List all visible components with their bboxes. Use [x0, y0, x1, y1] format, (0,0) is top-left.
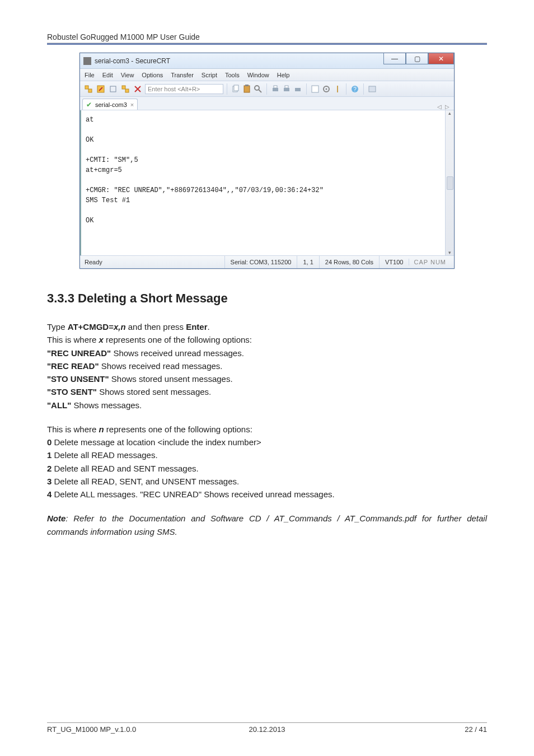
toolbar-separator — [266, 83, 267, 95]
scrollbar[interactable]: ▴ ▾ — [445, 110, 454, 255]
tab-close-icon[interactable]: × — [130, 101, 134, 108]
menu-file[interactable]: File — [85, 72, 95, 78]
svg-rect-13 — [284, 88, 289, 91]
svg-rect-3 — [110, 86, 116, 92]
host-input-wrap — [145, 83, 223, 94]
keymap-icon[interactable] — [332, 84, 343, 94]
terminal-output: at OK +CMTI: "SM",5 at+cmgr=5 +CMGR: "RE… — [86, 115, 451, 226]
toggle-icon[interactable] — [367, 84, 377, 94]
svg-rect-5 — [125, 89, 129, 92]
tab-nav: ◁ ▷ — [437, 104, 454, 110]
find-icon[interactable] — [253, 84, 263, 94]
maximize-button[interactable]: ▢ — [406, 53, 428, 64]
toolbar-separator — [306, 83, 307, 95]
n-intro: This is where n represents one of the fo… — [47, 423, 487, 436]
status-ready: Ready — [83, 256, 224, 268]
svg-rect-11 — [273, 88, 278, 91]
n-opt-1: 1 Delete all READ messages. — [47, 449, 487, 461]
menu-options[interactable]: Options — [142, 72, 163, 78]
scroll-thumb[interactable] — [447, 176, 453, 190]
svg-text:?: ? — [353, 86, 357, 92]
footer-left: RT_UG_M1000 MP_v.1.0.0 — [47, 725, 194, 734]
global-options-icon[interactable] — [321, 84, 331, 94]
tab-label: serial-com3 — [95, 101, 127, 108]
minimize-button[interactable]: — — [383, 53, 406, 64]
connect-bar-icon[interactable] — [108, 84, 118, 94]
reconnect-icon[interactable] — [120, 84, 130, 94]
menu-bar: File Edit View Options Transfer Script T… — [80, 69, 454, 81]
tab-next-icon[interactable]: ▷ — [445, 104, 449, 110]
status-emu: VT100 — [379, 256, 409, 268]
svg-rect-1 — [88, 89, 92, 92]
status-size: 24 Rows, 80 Cols — [319, 256, 379, 268]
status-serial: Serial: COM3, 115200 — [224, 256, 297, 268]
print-icon[interactable] — [270, 84, 280, 94]
status-pos: 1, 1 — [297, 256, 318, 268]
page-header-title: Robustel GoRugged M1000 MP User Guide — [47, 32, 487, 41]
scroll-down-icon[interactable]: ▾ — [448, 250, 451, 255]
x-opt-0: "REC UNREAD" Shows received unread messa… — [47, 347, 487, 360]
page-footer: RT_UG_M1000 MP_v.1.0.0 20.12.2013 22 / 4… — [47, 722, 487, 734]
toolbar: ? — [80, 81, 454, 97]
svg-rect-14 — [285, 86, 288, 88]
toolbar-separator — [346, 83, 346, 95]
tab-prev-icon[interactable]: ◁ — [437, 104, 442, 110]
menu-tools[interactable]: Tools — [225, 72, 240, 78]
toolbar-separator — [363, 83, 364, 95]
x-intro: This is where x represents one of the fo… — [47, 333, 487, 346]
securecrt-window: serial-com3 - SecureCRT — ▢ ✕ File Edit … — [79, 53, 455, 269]
session-options-icon[interactable] — [310, 84, 320, 94]
toolbar-separator — [227, 83, 227, 95]
svg-rect-15 — [295, 88, 301, 91]
menu-window[interactable]: Window — [247, 72, 269, 78]
svg-rect-12 — [274, 86, 277, 88]
svg-rect-9 — [245, 85, 249, 86]
svg-rect-0 — [85, 86, 88, 89]
menu-help[interactable]: Help — [277, 72, 290, 78]
tab-serial-com3[interactable]: ✔ serial-com3 × — [82, 99, 138, 110]
x-opt-4: "ALL" Shows messages. — [47, 399, 487, 412]
svg-rect-16 — [312, 86, 318, 92]
svg-point-10 — [255, 86, 259, 90]
footer-center: 20.12.2013 — [194, 725, 340, 734]
terminal-left-border — [80, 110, 81, 255]
svg-rect-22 — [369, 86, 376, 92]
window-title: serial-com3 - SecureCRT — [95, 57, 383, 65]
scroll-up-icon[interactable]: ▴ — [448, 110, 451, 116]
app-icon — [83, 57, 91, 65]
disconnect-icon[interactable] — [133, 84, 143, 94]
header-rule — [47, 43, 487, 45]
svg-point-18 — [326, 88, 327, 90]
svg-rect-19 — [337, 86, 338, 92]
quick-connect-icon[interactable] — [96, 84, 106, 94]
paste-icon[interactable] — [242, 84, 252, 94]
connect-icon[interactable] — [83, 84, 93, 94]
n-opt-2: 2 Delete all READ and SENT messages. — [47, 462, 487, 475]
status-capsnum: CAP NUM — [409, 259, 451, 265]
footer-right: 22 / 41 — [340, 725, 487, 734]
intro-line: Type AT+CMGD=x,n and then press Enter. — [47, 320, 487, 333]
n-opt-0: 0 Delete message at location <include th… — [47, 436, 487, 449]
check-icon: ✔ — [86, 101, 92, 109]
menu-edit[interactable]: Edit — [102, 72, 113, 78]
menu-transfer[interactable]: Transfer — [171, 72, 194, 78]
close-button[interactable]: ✕ — [428, 53, 454, 64]
n-opt-4: 4 Delete ALL messages. "REC UNREAD" Show… — [47, 488, 487, 501]
svg-rect-7 — [234, 85, 238, 91]
svg-rect-4 — [122, 86, 125, 89]
status-bar: Ready Serial: COM3, 115200 1, 1 24 Rows,… — [80, 256, 454, 268]
n-opt-3: 3 Delete all READ, SENT, and UNSENT mess… — [47, 475, 487, 488]
tab-strip: ✔ serial-com3 × ◁ ▷ — [80, 97, 454, 110]
terminal-area[interactable]: at OK +CMTI: "SM",5 at+cmgr=5 +CMGR: "RE… — [80, 110, 454, 256]
help-icon[interactable]: ? — [350, 84, 360, 94]
host-input[interactable] — [145, 84, 223, 94]
menu-script[interactable]: Script — [202, 72, 217, 78]
print-screen-icon[interactable] — [282, 84, 292, 94]
copy-icon[interactable] — [231, 84, 241, 94]
x-opt-1: "REC READ" Shows received read messages. — [47, 360, 487, 372]
window-titlebar[interactable]: serial-com3 - SecureCRT — ▢ ✕ — [80, 53, 454, 69]
menu-view[interactable]: View — [121, 72, 134, 78]
svg-rect-8 — [244, 86, 250, 92]
print-setup-icon[interactable] — [293, 84, 303, 94]
x-opt-3: "STO SENT" Shows stored sent messages. — [47, 385, 487, 398]
